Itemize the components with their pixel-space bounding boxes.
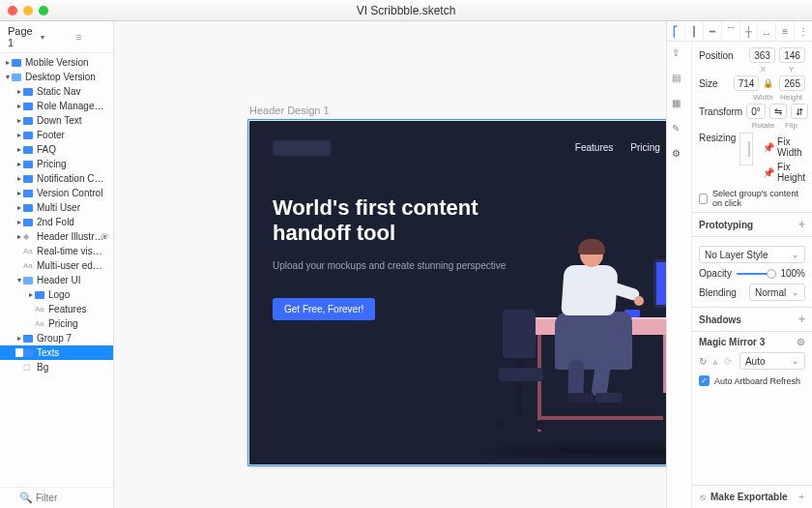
settings-icon[interactable]: ⚙ bbox=[672, 148, 687, 164]
layer-row[interactable]: AaReal-time vis… bbox=[0, 244, 113, 258]
layer-row[interactable]: Texts bbox=[0, 345, 113, 360]
share-icon[interactable]: ⇪ bbox=[672, 47, 687, 63]
rotate-input[interactable]: 0° bbox=[746, 104, 766, 119]
text-layer-icon: Aa bbox=[35, 305, 44, 314]
gear-icon[interactable]: ⚙ bbox=[797, 337, 805, 347]
artboard-label[interactable]: Header Design 1 bbox=[249, 105, 330, 116]
dist-v-icon[interactable]: ⋮ bbox=[795, 21, 812, 41]
align-bottom-icon[interactable]: ⎵ bbox=[758, 21, 776, 41]
disclosure-icon[interactable] bbox=[4, 73, 12, 81]
fix-height-label[interactable]: Fix Height bbox=[777, 162, 805, 183]
disclosure-icon[interactable] bbox=[15, 232, 23, 241]
layer-row[interactable]: Group 7 bbox=[0, 331, 113, 345]
nav-pricing[interactable]: Pricing bbox=[630, 142, 660, 153]
mm-rotate-icon[interactable]: ⟳ bbox=[724, 356, 732, 367]
layer-row[interactable]: AaMulti-user ed… bbox=[0, 258, 113, 273]
layer-row[interactable]: Notification C… bbox=[0, 171, 113, 186]
layer-row[interactable]: ▢Bg bbox=[0, 360, 113, 374]
disclosure-icon[interactable] bbox=[15, 189, 23, 197]
disclosure-icon[interactable] bbox=[15, 131, 23, 139]
layer-row[interactable]: ◆Header Illustr…👁 bbox=[0, 229, 113, 244]
opacity-value[interactable]: 100% bbox=[776, 268, 805, 279]
disclosure-icon[interactable] bbox=[15, 174, 23, 183]
layer-name: FAQ bbox=[37, 144, 56, 155]
fix-width-label[interactable]: Fix Width bbox=[777, 136, 805, 158]
layer-row[interactable]: FAQ bbox=[0, 142, 113, 157]
filter-input[interactable] bbox=[36, 493, 94, 503]
disclosure-icon[interactable] bbox=[4, 58, 12, 67]
text-layer-icon: Aa bbox=[23, 247, 33, 255]
disclosure-icon[interactable] bbox=[15, 348, 23, 357]
pos-x-input[interactable]: 363 bbox=[749, 47, 775, 63]
lock-icon[interactable]: 🔒 bbox=[763, 78, 773, 88]
layer-row[interactable]: Down Text bbox=[0, 113, 113, 128]
disclosure-icon[interactable] bbox=[15, 87, 23, 96]
layer-row[interactable]: Logo bbox=[0, 287, 113, 302]
canvas[interactable]: Header Design 1 Features Pricing Get Sta… bbox=[114, 21, 667, 508]
align-left-icon[interactable]: ⎡ bbox=[667, 21, 685, 41]
disclosure-icon[interactable] bbox=[15, 145, 23, 154]
close-icon[interactable] bbox=[8, 6, 17, 15]
minimize-icon[interactable] bbox=[23, 6, 33, 15]
layer-row[interactable]: Version Control bbox=[0, 186, 113, 200]
page-selector[interactable]: Page 1 ▾ ≡ bbox=[0, 21, 113, 53]
align-h-icon[interactable]: ┃ bbox=[685, 21, 704, 41]
mm-refresh-icon[interactable]: ↻ bbox=[699, 356, 707, 367]
layer-row[interactable]: 2nd Fold bbox=[0, 215, 113, 229]
add-icon[interactable]: + bbox=[798, 492, 804, 502]
vector-icon[interactable]: ✎ bbox=[672, 123, 687, 138]
layer-row[interactable]: AaFeatures bbox=[0, 302, 113, 316]
disclosure-icon[interactable] bbox=[15, 218, 23, 226]
disclosure-icon[interactable] bbox=[15, 116, 23, 125]
pin-icon: 📌 bbox=[763, 142, 772, 152]
mm-quality-select[interactable]: Auto⌄ bbox=[740, 352, 805, 370]
layer-row[interactable]: Mobile Version bbox=[0, 55, 113, 70]
flip-h-icon[interactable]: ⇋ bbox=[769, 104, 787, 119]
layer-row[interactable]: Desktop Version bbox=[0, 70, 113, 84]
filter-bar[interactable]: 🔍 bbox=[0, 487, 113, 508]
disclosure-icon[interactable] bbox=[27, 290, 35, 299]
add-icon[interactable]: + bbox=[798, 218, 805, 231]
list-icon[interactable]: ≡ bbox=[75, 31, 105, 43]
opacity-slider[interactable] bbox=[737, 273, 771, 275]
disclosure-icon[interactable] bbox=[15, 102, 23, 110]
layer-row[interactable]: AaPricing bbox=[0, 316, 113, 331]
add-icon[interactable]: + bbox=[798, 313, 805, 326]
disclosure-icon[interactable] bbox=[15, 160, 23, 168]
grid-icon[interactable]: ▦ bbox=[672, 98, 687, 113]
height-input[interactable]: 265 bbox=[779, 75, 805, 91]
layer-style-select[interactable]: No Layer Style⌄ bbox=[699, 246, 805, 263]
hero-cta[interactable]: Get Free, Forever! bbox=[273, 298, 375, 320]
layer-row[interactable]: Header UI bbox=[0, 273, 113, 287]
flip-v-icon[interactable]: ⇵ bbox=[791, 104, 808, 119]
auto-refresh-checkbox[interactable]: ✓ bbox=[699, 375, 710, 386]
align-vc-icon[interactable]: ┼ bbox=[740, 21, 759, 41]
make-exportable[interactable]: ⎋ Make Exportable + bbox=[692, 485, 812, 508]
disclosure-icon[interactable] bbox=[15, 276, 23, 284]
nav-features[interactable]: Features bbox=[575, 142, 613, 153]
align-top-icon[interactable]: ⎴ bbox=[722, 21, 740, 41]
width-input[interactable]: 714 bbox=[734, 75, 760, 91]
select-group-checkbox[interactable] bbox=[699, 194, 708, 204]
layer-row[interactable]: Multi User bbox=[0, 200, 113, 215]
zoom-icon[interactable] bbox=[39, 6, 48, 15]
folder-icon bbox=[23, 146, 33, 154]
folder-icon bbox=[12, 74, 21, 81]
blending-select[interactable]: Normal⌄ bbox=[749, 284, 805, 301]
opacity-label: Opacity bbox=[699, 268, 732, 279]
disclosure-icon[interactable] bbox=[15, 334, 23, 343]
artboard[interactable]: Features Pricing Get Started World's fir… bbox=[249, 121, 667, 464]
pos-y-input[interactable]: 146 bbox=[779, 47, 805, 63]
disclosure-icon[interactable] bbox=[15, 203, 23, 212]
mm-flip-icon[interactable]: ▲ bbox=[710, 356, 720, 367]
resizing-control[interactable] bbox=[740, 133, 753, 165]
align-toolbar: ⎡ ┃ ━ ⎴ ┼ ⎵ ≡ ⋮ bbox=[667, 21, 812, 42]
layer-row[interactable]: Footer bbox=[0, 128, 113, 142]
layer-row[interactable]: Role Manage… bbox=[0, 99, 113, 113]
ruler-icon[interactable]: ▤ bbox=[672, 73, 687, 88]
layer-row[interactable]: Static Nav bbox=[0, 84, 113, 99]
visibility-icon[interactable]: 👁 bbox=[101, 232, 109, 242]
align-right-icon[interactable]: ━ bbox=[704, 21, 722, 41]
layer-row[interactable]: Pricing bbox=[0, 157, 113, 171]
dist-h-icon[interactable]: ≡ bbox=[776, 21, 795, 41]
